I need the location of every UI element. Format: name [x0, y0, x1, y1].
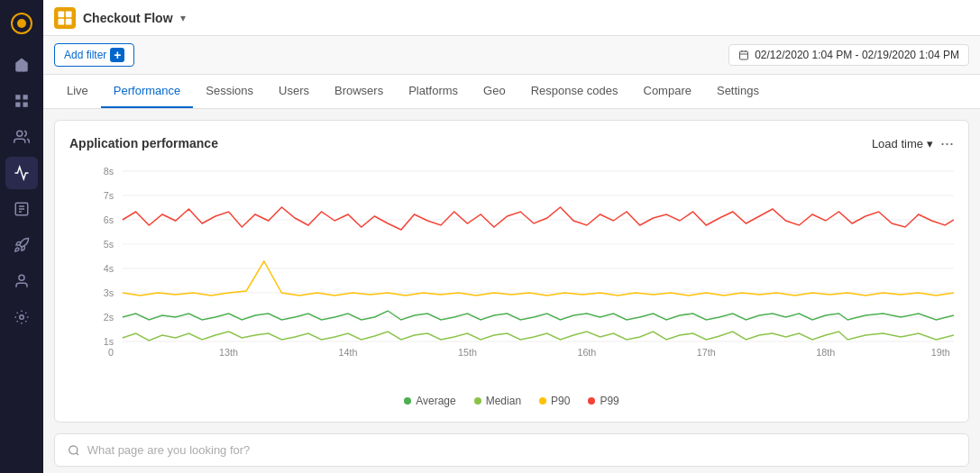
- load-time-label: Load time: [872, 137, 923, 150]
- add-filter-plus-icon: +: [110, 48, 124, 62]
- legend-p90: P90: [539, 395, 570, 407]
- svg-point-12: [20, 315, 24, 320]
- svg-text:15th: 15th: [458, 347, 477, 358]
- tab-platforms[interactable]: Platforms: [396, 75, 471, 108]
- svg-text:14th: 14th: [339, 347, 358, 358]
- legend-p99: P99: [588, 395, 618, 407]
- legend-p90-dot: [539, 397, 546, 405]
- svg-text:7s: 7s: [104, 190, 114, 201]
- tabs-bar: Live Performance Sessions Users Browsers…: [43, 75, 980, 109]
- sidebar: [0, 0, 43, 473]
- chart-header: Application performance Load time ▾ ···: [69, 135, 954, 151]
- filterbar: Add filter + 02/12/2020 1:04 PM - 02/19/…: [43, 36, 980, 75]
- sidebar-icon-notes[interactable]: [5, 193, 38, 225]
- svg-text:17th: 17th: [697, 347, 716, 358]
- svg-text:18th: 18th: [816, 347, 835, 358]
- legend-median-dot: [474, 397, 481, 405]
- sidebar-icon-home[interactable]: [5, 49, 38, 81]
- svg-text:19th: 19th: [931, 347, 950, 358]
- tab-users[interactable]: Users: [266, 75, 322, 108]
- legend-p99-dot: [588, 397, 595, 405]
- search-bar: [54, 433, 969, 467]
- chart-card: Application performance Load time ▾ ···: [54, 120, 969, 423]
- chart-container: 8s 7s 6s 5s 4s 3s 2s 1s 0 13th 14th 15th…: [69, 162, 954, 387]
- svg-rect-16: [66, 18, 72, 24]
- tab-sessions[interactable]: Sessions: [193, 75, 266, 108]
- sidebar-icon-profile[interactable]: [5, 265, 38, 297]
- sidebar-icon-settings[interactable]: [5, 301, 38, 333]
- svg-text:2s: 2s: [104, 312, 114, 323]
- legend-average-dot: [404, 397, 411, 405]
- add-filter-label: Add filter: [64, 49, 106, 61]
- sidebar-icon-rocket[interactable]: [5, 229, 38, 261]
- tab-settings[interactable]: Settings: [704, 75, 772, 108]
- tab-compare[interactable]: Compare: [631, 75, 704, 108]
- legend-average-label: Average: [416, 395, 455, 407]
- app-icon: [54, 7, 76, 29]
- sidebar-icon-activity[interactable]: [5, 157, 38, 189]
- svg-rect-5: [23, 103, 28, 107]
- chart-title: Application performance: [69, 136, 218, 150]
- more-options-icon[interactable]: ···: [940, 135, 954, 151]
- svg-text:13th: 13th: [219, 347, 238, 358]
- legend-average: Average: [404, 395, 455, 407]
- svg-rect-3: [23, 95, 28, 99]
- svg-text:5s: 5s: [104, 239, 114, 250]
- legend-p99-label: P99: [600, 395, 618, 407]
- main-content: Checkout Flow ▾ Add filter + 02/12/2020 …: [43, 0, 980, 473]
- sidebar-icon-users[interactable]: [5, 121, 38, 153]
- chart-legend: Average Median P90 P99: [69, 395, 954, 407]
- tab-geo[interactable]: Geo: [471, 75, 518, 108]
- svg-text:8s: 8s: [104, 166, 114, 177]
- svg-point-11: [19, 275, 24, 280]
- legend-p90-label: P90: [551, 395, 570, 407]
- sidebar-icon-dashboard[interactable]: [5, 85, 38, 117]
- svg-point-1: [17, 19, 26, 28]
- svg-point-6: [17, 131, 23, 136]
- date-picker-button[interactable]: 02/12/2020 1:04 PM - 02/19/2020 1:04 PM: [728, 44, 969, 66]
- tab-performance[interactable]: Performance: [101, 75, 193, 108]
- tab-browsers[interactable]: Browsers: [322, 75, 396, 108]
- svg-text:0: 0: [108, 347, 114, 358]
- svg-point-45: [69, 445, 78, 453]
- svg-rect-13: [59, 11, 65, 17]
- content-area: Application performance Load time ▾ ···: [43, 109, 980, 473]
- svg-text:1s: 1s: [104, 336, 114, 347]
- search-input[interactable]: [87, 443, 956, 457]
- page-title: Checkout Flow: [83, 11, 173, 25]
- sidebar-logo: [7, 9, 36, 38]
- svg-text:4s: 4s: [104, 263, 114, 274]
- chart-svg: 8s 7s 6s 5s 4s 3s 2s 1s 0 13th 14th 15th…: [69, 162, 954, 360]
- svg-line-46: [76, 452, 78, 454]
- title-caret-icon[interactable]: ▾: [180, 12, 186, 24]
- date-range-text: 02/12/2020 1:04 PM - 02/19/2020 1:04 PM: [755, 49, 959, 61]
- legend-median: Median: [474, 395, 521, 407]
- svg-rect-15: [59, 18, 65, 24]
- legend-median-label: Median: [486, 395, 521, 407]
- svg-text:3s: 3s: [104, 287, 114, 298]
- svg-rect-2: [15, 95, 20, 99]
- chart-controls: Load time ▾ ···: [872, 135, 954, 151]
- add-filter-button[interactable]: Add filter +: [54, 43, 134, 67]
- svg-rect-4: [15, 103, 20, 107]
- tab-response-codes[interactable]: Response codes: [518, 75, 631, 108]
- tab-live[interactable]: Live: [54, 75, 101, 108]
- svg-rect-14: [66, 11, 72, 17]
- topbar: Checkout Flow ▾: [43, 0, 980, 36]
- calendar-icon: [738, 50, 749, 60]
- search-icon: [68, 444, 80, 457]
- svg-rect-17: [740, 51, 748, 59]
- load-time-button[interactable]: Load time ▾: [872, 137, 933, 150]
- svg-text:6s: 6s: [104, 214, 114, 225]
- svg-text:16th: 16th: [577, 347, 596, 358]
- load-time-dropdown-icon: ▾: [927, 137, 933, 150]
